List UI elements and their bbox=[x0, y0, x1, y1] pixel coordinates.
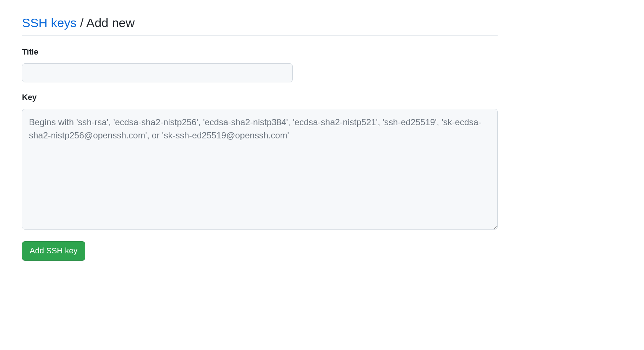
breadcrumb-separator: / bbox=[76, 16, 86, 30]
title-input[interactable] bbox=[22, 63, 293, 82]
key-label: Key bbox=[22, 93, 498, 102]
page-header: SSH keys / Add new bbox=[22, 15, 498, 36]
key-group: Key bbox=[22, 93, 498, 231]
title-label: Title bbox=[22, 47, 498, 57]
add-ssh-key-button[interactable]: Add SSH key bbox=[22, 241, 85, 260]
breadcrumb-current: Add new bbox=[86, 16, 135, 30]
title-group: Title bbox=[22, 47, 498, 82]
ssh-keys-link[interactable]: SSH keys bbox=[22, 16, 76, 30]
key-textarea[interactable] bbox=[22, 109, 498, 230]
page-title: SSH keys / Add new bbox=[22, 15, 498, 31]
